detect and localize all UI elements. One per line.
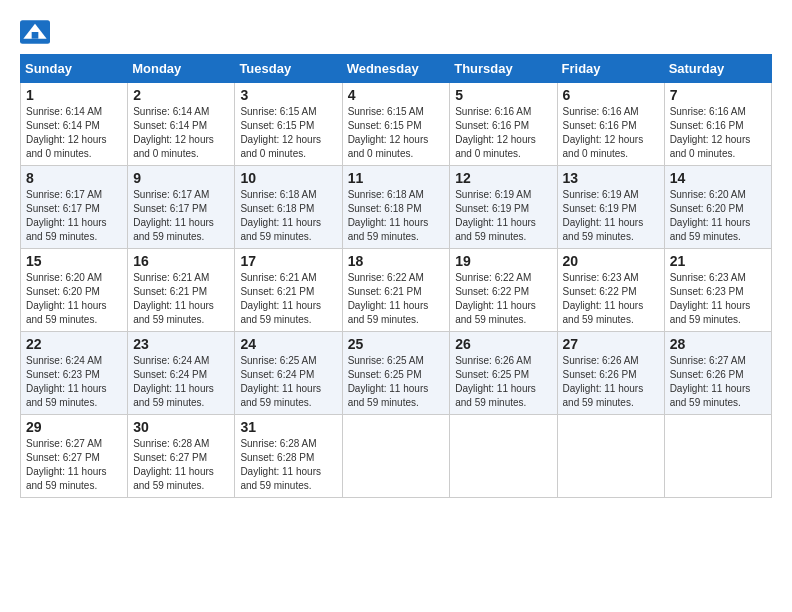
calendar-cell: 20 Sunrise: 6:23 AM Sunset: 6:22 PM Dayl…: [557, 249, 664, 332]
sunrise-label: Sunrise: 6:24 AM: [26, 355, 102, 366]
sunrise-label: Sunrise: 6:20 AM: [670, 189, 746, 200]
day-number: 8: [26, 170, 122, 186]
sunset-label: Sunset: 6:26 PM: [563, 369, 637, 380]
weekday-header-thursday: Thursday: [450, 55, 557, 83]
sunrise-label: Sunrise: 6:26 AM: [563, 355, 639, 366]
calendar-cell: 27 Sunrise: 6:26 AM Sunset: 6:26 PM Dayl…: [557, 332, 664, 415]
sunrise-label: Sunrise: 6:23 AM: [563, 272, 639, 283]
day-number: 29: [26, 419, 122, 435]
day-number: 15: [26, 253, 122, 269]
daylight-label: Daylight: 11 hours and 59 minutes.: [26, 217, 107, 242]
daylight-label: Daylight: 11 hours and 59 minutes.: [133, 466, 214, 491]
day-info: Sunrise: 6:22 AM Sunset: 6:22 PM Dayligh…: [455, 271, 551, 327]
daylight-label: Daylight: 11 hours and 59 minutes.: [133, 217, 214, 242]
daylight-label: Daylight: 11 hours and 59 minutes.: [563, 300, 644, 325]
calendar-cell: 26 Sunrise: 6:26 AM Sunset: 6:25 PM Dayl…: [450, 332, 557, 415]
sunrise-label: Sunrise: 6:15 AM: [240, 106, 316, 117]
daylight-label: Daylight: 11 hours and 59 minutes.: [670, 217, 751, 242]
daylight-label: Daylight: 11 hours and 59 minutes.: [133, 300, 214, 325]
day-number: 12: [455, 170, 551, 186]
day-number: 13: [563, 170, 659, 186]
calendar-cell: 31 Sunrise: 6:28 AM Sunset: 6:28 PM Dayl…: [235, 415, 342, 498]
daylight-label: Daylight: 11 hours and 59 minutes.: [455, 300, 536, 325]
daylight-label: Daylight: 11 hours and 59 minutes.: [563, 383, 644, 408]
day-info: Sunrise: 6:26 AM Sunset: 6:25 PM Dayligh…: [455, 354, 551, 410]
day-info: Sunrise: 6:20 AM Sunset: 6:20 PM Dayligh…: [26, 271, 122, 327]
page-header: [20, 20, 772, 44]
sunset-label: Sunset: 6:18 PM: [240, 203, 314, 214]
day-info: Sunrise: 6:21 AM Sunset: 6:21 PM Dayligh…: [133, 271, 229, 327]
daylight-label: Daylight: 11 hours and 59 minutes.: [240, 466, 321, 491]
day-info: Sunrise: 6:16 AM Sunset: 6:16 PM Dayligh…: [670, 105, 766, 161]
day-number: 3: [240, 87, 336, 103]
sunset-label: Sunset: 6:17 PM: [26, 203, 100, 214]
day-info: Sunrise: 6:19 AM Sunset: 6:19 PM Dayligh…: [563, 188, 659, 244]
sunset-label: Sunset: 6:14 PM: [133, 120, 207, 131]
sunset-label: Sunset: 6:16 PM: [455, 120, 529, 131]
calendar-cell: 30 Sunrise: 6:28 AM Sunset: 6:27 PM Dayl…: [128, 415, 235, 498]
daylight-label: Daylight: 12 hours and 0 minutes.: [563, 134, 644, 159]
sunrise-label: Sunrise: 6:18 AM: [240, 189, 316, 200]
daylight-label: Daylight: 11 hours and 59 minutes.: [670, 383, 751, 408]
daylight-label: Daylight: 12 hours and 0 minutes.: [240, 134, 321, 159]
sunrise-label: Sunrise: 6:27 AM: [26, 438, 102, 449]
daylight-label: Daylight: 11 hours and 59 minutes.: [26, 300, 107, 325]
sunset-label: Sunset: 6:20 PM: [670, 203, 744, 214]
sunrise-label: Sunrise: 6:18 AM: [348, 189, 424, 200]
sunset-label: Sunset: 6:19 PM: [455, 203, 529, 214]
calendar-cell: 24 Sunrise: 6:25 AM Sunset: 6:24 PM Dayl…: [235, 332, 342, 415]
sunrise-label: Sunrise: 6:25 AM: [240, 355, 316, 366]
sunset-label: Sunset: 6:20 PM: [26, 286, 100, 297]
calendar-cell: 15 Sunrise: 6:20 AM Sunset: 6:20 PM Dayl…: [21, 249, 128, 332]
daylight-label: Daylight: 12 hours and 0 minutes.: [26, 134, 107, 159]
sunrise-label: Sunrise: 6:14 AM: [26, 106, 102, 117]
sunrise-label: Sunrise: 6:20 AM: [26, 272, 102, 283]
sunset-label: Sunset: 6:28 PM: [240, 452, 314, 463]
calendar-week-row: 1 Sunrise: 6:14 AM Sunset: 6:14 PM Dayli…: [21, 83, 772, 166]
day-number: 20: [563, 253, 659, 269]
day-info: Sunrise: 6:14 AM Sunset: 6:14 PM Dayligh…: [26, 105, 122, 161]
sunrise-label: Sunrise: 6:21 AM: [133, 272, 209, 283]
day-number: 22: [26, 336, 122, 352]
day-info: Sunrise: 6:25 AM Sunset: 6:25 PM Dayligh…: [348, 354, 445, 410]
calendar-cell: 1 Sunrise: 6:14 AM Sunset: 6:14 PM Dayli…: [21, 83, 128, 166]
calendar-cell: 28 Sunrise: 6:27 AM Sunset: 6:26 PM Dayl…: [664, 332, 771, 415]
day-info: Sunrise: 6:18 AM Sunset: 6:18 PM Dayligh…: [240, 188, 336, 244]
sunset-label: Sunset: 6:27 PM: [26, 452, 100, 463]
sunrise-label: Sunrise: 6:22 AM: [348, 272, 424, 283]
day-number: 9: [133, 170, 229, 186]
day-info: Sunrise: 6:22 AM Sunset: 6:21 PM Dayligh…: [348, 271, 445, 327]
day-info: Sunrise: 6:16 AM Sunset: 6:16 PM Dayligh…: [563, 105, 659, 161]
sunrise-label: Sunrise: 6:16 AM: [455, 106, 531, 117]
calendar-cell: 29 Sunrise: 6:27 AM Sunset: 6:27 PM Dayl…: [21, 415, 128, 498]
daylight-label: Daylight: 12 hours and 0 minutes.: [133, 134, 214, 159]
sunrise-label: Sunrise: 6:26 AM: [455, 355, 531, 366]
daylight-label: Daylight: 12 hours and 0 minutes.: [455, 134, 536, 159]
day-number: 30: [133, 419, 229, 435]
sunset-label: Sunset: 6:25 PM: [455, 369, 529, 380]
calendar-week-row: 22 Sunrise: 6:24 AM Sunset: 6:23 PM Dayl…: [21, 332, 772, 415]
calendar-cell: 7 Sunrise: 6:16 AM Sunset: 6:16 PM Dayli…: [664, 83, 771, 166]
day-info: Sunrise: 6:15 AM Sunset: 6:15 PM Dayligh…: [240, 105, 336, 161]
calendar-cell: [664, 415, 771, 498]
day-info: Sunrise: 6:17 AM Sunset: 6:17 PM Dayligh…: [133, 188, 229, 244]
calendar-cell: 2 Sunrise: 6:14 AM Sunset: 6:14 PM Dayli…: [128, 83, 235, 166]
calendar-cell: 10 Sunrise: 6:18 AM Sunset: 6:18 PM Dayl…: [235, 166, 342, 249]
calendar-cell: 14 Sunrise: 6:20 AM Sunset: 6:20 PM Dayl…: [664, 166, 771, 249]
calendar-cell: 22 Sunrise: 6:24 AM Sunset: 6:23 PM Dayl…: [21, 332, 128, 415]
day-number: 31: [240, 419, 336, 435]
daylight-label: Daylight: 11 hours and 59 minutes.: [455, 383, 536, 408]
day-number: 6: [563, 87, 659, 103]
day-info: Sunrise: 6:26 AM Sunset: 6:26 PM Dayligh…: [563, 354, 659, 410]
day-number: 10: [240, 170, 336, 186]
daylight-label: Daylight: 11 hours and 59 minutes.: [455, 217, 536, 242]
sunset-label: Sunset: 6:21 PM: [348, 286, 422, 297]
sunset-label: Sunset: 6:25 PM: [348, 369, 422, 380]
calendar-cell: 19 Sunrise: 6:22 AM Sunset: 6:22 PM Dayl…: [450, 249, 557, 332]
calendar-table: SundayMondayTuesdayWednesdayThursdayFrid…: [20, 54, 772, 498]
calendar-cell: [557, 415, 664, 498]
sunrise-label: Sunrise: 6:28 AM: [133, 438, 209, 449]
day-info: Sunrise: 6:28 AM Sunset: 6:28 PM Dayligh…: [240, 437, 336, 493]
day-info: Sunrise: 6:15 AM Sunset: 6:15 PM Dayligh…: [348, 105, 445, 161]
day-number: 1: [26, 87, 122, 103]
